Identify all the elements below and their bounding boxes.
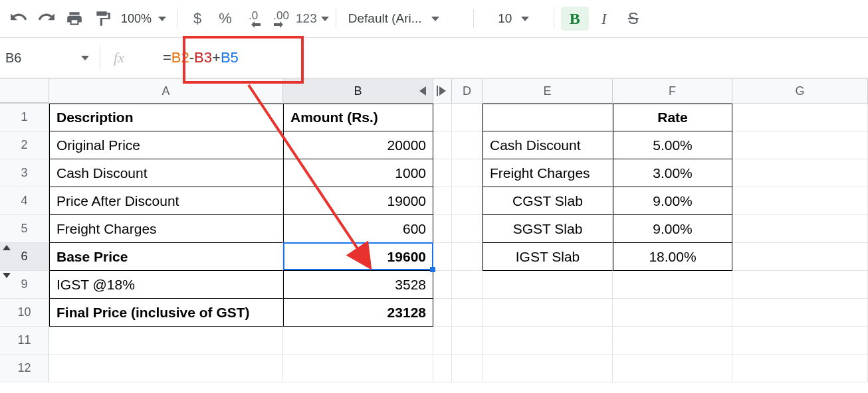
- formula-input[interactable]: =B2-B3+B5: [138, 49, 868, 66]
- cell-G11[interactable]: [732, 327, 868, 354]
- row-header[interactable]: 1: [0, 104, 49, 131]
- cell-D3[interactable]: [452, 159, 483, 187]
- cell-gap[interactable]: [433, 159, 452, 187]
- cell-E1[interactable]: [483, 104, 613, 131]
- cell-A10[interactable]: Final Price (inclusive of GST): [49, 299, 283, 327]
- cell-D5[interactable]: [452, 215, 483, 243]
- row-header[interactable]: 4: [0, 187, 49, 215]
- cell-F5[interactable]: 9.00%: [613, 215, 732, 243]
- cell-A4[interactable]: Price After Discount: [49, 187, 283, 215]
- cell-E11[interactable]: [483, 327, 613, 354]
- cell-G6[interactable]: [732, 243, 868, 271]
- paint-format-button[interactable]: [89, 7, 116, 31]
- cell-E10[interactable]: [483, 299, 613, 327]
- cell-gap[interactable]: [433, 327, 452, 354]
- cell-A3[interactable]: Cash Discount: [49, 159, 283, 187]
- format-percent-button[interactable]: %: [212, 7, 239, 31]
- cell-E6[interactable]: IGST Slab: [483, 243, 613, 271]
- cell-D4[interactable]: [452, 187, 483, 215]
- cell-gap[interactable]: [433, 243, 452, 271]
- cell-F12[interactable]: [613, 354, 732, 382]
- cell-B9[interactable]: 3528: [283, 271, 433, 299]
- cell-F6[interactable]: 18.00%: [613, 243, 732, 271]
- cell-D11[interactable]: [452, 327, 483, 354]
- cell-B10[interactable]: 23128: [283, 299, 433, 327]
- cell-B5[interactable]: 600: [283, 215, 433, 243]
- print-button[interactable]: [61, 7, 88, 31]
- cell-E12[interactable]: [483, 354, 613, 382]
- cell-gap[interactable]: [433, 354, 452, 382]
- cell-G9[interactable]: [732, 271, 868, 299]
- cell-D6[interactable]: [452, 243, 483, 271]
- undo-button[interactable]: [5, 7, 32, 31]
- cell-A2[interactable]: Original Price: [49, 131, 283, 159]
- cell-gap[interactable]: [433, 104, 452, 131]
- cell-F9[interactable]: [613, 271, 732, 299]
- cell-G10[interactable]: [732, 299, 868, 327]
- increase-decimal-button[interactable]: .00: [268, 7, 294, 31]
- cell-F3[interactable]: 3.00%: [613, 159, 732, 187]
- cell-F10[interactable]: [613, 299, 732, 327]
- cell-D10[interactable]: [452, 299, 483, 327]
- cell-E4[interactable]: CGST Slab: [483, 187, 613, 215]
- zoom-dropdown[interactable]: 100%: [117, 12, 170, 26]
- cell-gap[interactable]: [433, 187, 452, 215]
- cell-G2[interactable]: [732, 131, 868, 159]
- col-header-E[interactable]: E: [483, 79, 613, 103]
- cell-gap[interactable]: [433, 131, 452, 159]
- cell-gap[interactable]: [433, 215, 452, 243]
- col-header-D[interactable]: D: [452, 79, 483, 103]
- decrease-decimal-button[interactable]: .0: [240, 7, 267, 31]
- col-header-B[interactable]: B: [283, 79, 433, 103]
- cell-B2[interactable]: 20000: [283, 131, 433, 159]
- format-currency-button[interactable]: $: [184, 7, 211, 31]
- row-header[interactable]: 3: [0, 159, 49, 187]
- cell-gap[interactable]: [433, 271, 452, 299]
- cell-D9[interactable]: [452, 271, 483, 299]
- cell-A6[interactable]: Base Price: [49, 243, 283, 271]
- cell-F4[interactable]: 9.00%: [613, 187, 732, 215]
- cell-G1[interactable]: [732, 104, 868, 131]
- expand-columns-button[interactable]: [433, 79, 452, 103]
- row-header[interactable]: 9: [0, 271, 49, 299]
- cell-G4[interactable]: [732, 187, 868, 215]
- cell-E2[interactable]: Cash Discount: [483, 131, 613, 159]
- cell-A12[interactable]: [49, 354, 283, 382]
- cell-E3[interactable]: Freight Charges: [483, 159, 613, 187]
- col-header-G[interactable]: G: [732, 79, 868, 103]
- redo-button[interactable]: [33, 7, 60, 31]
- row-header[interactable]: 10: [0, 299, 49, 327]
- cell-B3[interactable]: 1000: [283, 159, 433, 187]
- cell-G3[interactable]: [732, 159, 868, 187]
- strikethrough-button[interactable]: S: [619, 9, 647, 28]
- italic-button[interactable]: I: [590, 10, 618, 28]
- cell-D12[interactable]: [452, 354, 483, 382]
- select-all-corner[interactable]: [0, 79, 49, 103]
- cell-B4[interactable]: 19000: [283, 187, 433, 215]
- more-formats-dropdown[interactable]: 123: [296, 7, 329, 31]
- row-header[interactable]: 2: [0, 131, 49, 159]
- cell-F2[interactable]: 5.00%: [613, 131, 732, 159]
- cell-E5[interactable]: SGST Slab: [483, 215, 613, 243]
- cell-B1[interactable]: Amount (Rs.): [283, 104, 433, 131]
- font-family-dropdown[interactable]: Default (Ari...: [343, 11, 467, 26]
- row-header[interactable]: 12: [0, 354, 49, 382]
- cell-A9[interactable]: IGST @18%: [49, 271, 283, 299]
- row-header[interactable]: 6: [0, 243, 49, 271]
- row-header[interactable]: 11: [0, 327, 49, 354]
- cell-gap[interactable]: [433, 299, 452, 327]
- col-header-A[interactable]: A: [49, 79, 283, 103]
- row-header[interactable]: 5: [0, 215, 49, 243]
- cell-B11[interactable]: [283, 327, 433, 354]
- cell-F1[interactable]: Rate: [613, 104, 732, 131]
- cell-A1[interactable]: Description: [49, 104, 283, 131]
- cell-A5[interactable]: Freight Charges: [49, 215, 283, 243]
- col-header-F[interactable]: F: [613, 79, 732, 103]
- cell-G5[interactable]: [732, 215, 868, 243]
- cell-G12[interactable]: [732, 354, 868, 382]
- cell-B6[interactable]: 19600: [283, 243, 433, 271]
- cell-A11[interactable]: [49, 327, 283, 354]
- name-box[interactable]: B6: [0, 38, 100, 78]
- cell-E9[interactable]: [483, 271, 613, 299]
- cell-D2[interactable]: [452, 131, 483, 159]
